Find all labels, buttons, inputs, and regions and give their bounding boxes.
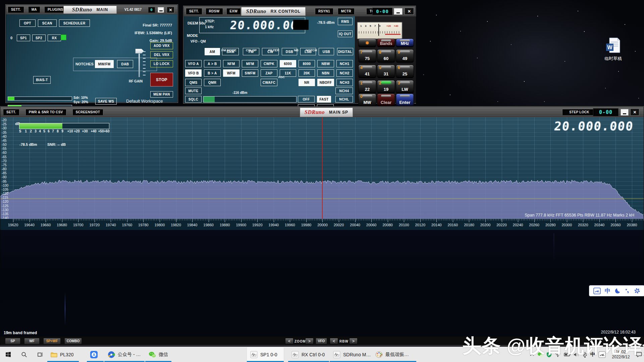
titlebar-button-screenshot[interactable]: SCREENSHOT (72, 109, 103, 115)
titlebar-button-rdsw[interactable]: RDSW (206, 8, 223, 14)
keypad-indicator-button[interactable] (358, 39, 376, 47)
spectrum-plot[interactable]: -20-25-30-35-40-45-50-55-60-65-70-75-80-… (0, 117, 644, 219)
ime-status-gauge-icon[interactable] (593, 288, 601, 294)
nboff-button[interactable]: NBOFF (317, 79, 334, 86)
rx-titlebar[interactable]: SETT.RDSWEXW SDRuno RX CONTROL RSYN1MCTR… (184, 6, 415, 17)
step-lock-button[interactable]: STEP LOCK (562, 109, 596, 115)
main-titlebar[interactable]: SETT.MAPLUGINS SDRuno MAIN V1.42 0817 0 … (6, 5, 177, 15)
wfm-button[interactable]: WFM (223, 69, 239, 77)
moon-icon[interactable] (614, 288, 621, 294)
notch-filter-dab[interactable]: DAB (117, 60, 133, 68)
cwpk-button[interactable]: CWPK (261, 60, 277, 67)
mode-button-usb[interactable]: USB (319, 48, 334, 55)
keypad-button-25[interactable]: 625 (396, 65, 414, 78)
minimize-icon[interactable] (621, 109, 629, 116)
notch-filter-mw-fm[interactable]: MW/FM (95, 60, 114, 68)
rf-gain-slider-track[interactable] (139, 50, 140, 77)
vrx-button-sp1[interactable]: SP1 (17, 35, 30, 41)
b-a-button[interactable]: B > A (204, 69, 220, 77)
titlebar-button-mctr[interactable]: MCTR (338, 8, 355, 14)
titlebar-button-exw[interactable]: EXW (226, 8, 241, 14)
search-button[interactable] (16, 347, 32, 362)
toolbar-button-scan[interactable]: SCAN (38, 19, 57, 27)
nbw-button[interactable]: NBW (317, 60, 334, 67)
keypad-button-75[interactable]: 775 (358, 49, 376, 63)
taskbar-app-item[interactable]: 微信 (145, 347, 172, 362)
waterfall-display[interactable]: 19m band framed 2022/9/12 16:02:43 (0, 230, 644, 337)
20k-button[interactable]: 20K (299, 69, 315, 77)
titlebar-button-rsyn1[interactable]: RSYN1 (315, 8, 333, 14)
nfm-button[interactable]: NFM (223, 60, 239, 67)
taskbar-app-item[interactable]: 最低谐振点 - ... (372, 347, 417, 362)
bias-t-button[interactable]: BIAS-T (33, 76, 51, 84)
toolbar-button-opt[interactable]: OPT (19, 19, 36, 27)
titlebar-button-sett[interactable]: SETT. (8, 6, 24, 13)
squelch-slider[interactable] (203, 96, 297, 103)
a-b-button[interactable]: A > B (204, 60, 220, 67)
close-icon[interactable]: ✕ (167, 7, 174, 13)
cwafc-button[interactable]: CWAFC (261, 79, 277, 86)
stop-button[interactable]: STOP (150, 73, 173, 86)
nch3-button[interactable]: NCH3 (336, 79, 353, 86)
taskbar-app-rx-ctrl-0-0[interactable]: RX Ctrl 0-0 (288, 347, 329, 362)
view-button-sp[interactable]: SP (5, 338, 20, 344)
zoom-in-button[interactable]: > (305, 338, 314, 344)
view-button-wf[interactable]: WF (24, 338, 40, 344)
vfo-marker-line[interactable] (322, 117, 323, 219)
keypad-button-enter[interactable]: Enter (396, 94, 414, 107)
punctuation-icon[interactable] (625, 288, 630, 294)
zoom-out-button[interactable]: < (285, 338, 293, 344)
titlebar-button-sett[interactable]: SETT. (3, 109, 19, 115)
close-icon[interactable]: ✕ (405, 8, 414, 15)
sp-titlebar[interactable]: SETT.PWR & SNR TO CSVSCREENSHOT SDRuno M… (0, 107, 644, 118)
keypad-button-lw[interactable]: 3LW (396, 80, 414, 94)
close-icon[interactable]: ✕ (630, 109, 639, 116)
start-button[interactable] (0, 347, 16, 362)
keypad-button-bands[interactable]: Bands (377, 39, 395, 47)
save-ws-button[interactable]: SAVE WS (95, 98, 117, 105)
vfo-a-button[interactable]: VFO A (185, 60, 202, 67)
keypad-button-clear[interactable]: Clear (377, 94, 395, 107)
mem-pan-button[interactable]: MEM PAN (150, 91, 173, 98)
mute-button[interactable]: MUTE (185, 87, 202, 94)
maximize-icon[interactable] (158, 7, 164, 13)
iq-out-button[interactable]: IQ OUT (338, 31, 353, 37)
taskbar-app-sp1-0-0[interactable]: SP1 0-0 (247, 347, 284, 362)
nbn-button[interactable]: NBN (317, 69, 334, 77)
sqlc-button[interactable]: SQLC (185, 96, 202, 103)
view-button-combo[interactable]: COMBO (64, 338, 82, 344)
mode-button-digital[interactable]: DIGITAL (337, 48, 353, 55)
nchl-button[interactable]: NCHL (335, 96, 353, 103)
agc-off-button[interactable]: OFF (298, 96, 315, 103)
nch4-button[interactable]: NCH4 (335, 87, 353, 94)
taskbar-app-pl320[interactable]: PL320 (47, 347, 79, 362)
taskbar-app-cent[interactable]: 公众号 - Cent ... (104, 347, 145, 362)
vrx-button-rx[interactable]: RX (48, 35, 61, 41)
taskbar-app-translator[interactable]: A (87, 347, 104, 362)
titlebar-button-ma[interactable]: MA (28, 6, 40, 13)
keypad-button-19[interactable]: 219 (377, 80, 395, 94)
titlebar-button-sett[interactable]: SETT. (186, 8, 202, 14)
add-vrx-button[interactable]: ADD VRX (150, 42, 173, 49)
vrx-button-sp2[interactable]: SP2 (32, 35, 46, 41)
keypad-button-49[interactable]: 949 (396, 49, 414, 63)
nch2-button[interactable]: NCH2 (336, 69, 353, 77)
mode-button-am[interactable]: AM (205, 48, 220, 55)
6000-button[interactable]: 6000 (280, 60, 296, 67)
settings-gear-icon[interactable] (634, 288, 640, 294)
keypad-button-mw[interactable]: 0MW (358, 94, 376, 107)
taskbar-app-sdruno-mai[interactable]: SDRuno Mai... (329, 347, 375, 362)
rbw-down-button[interactable]: < (330, 338, 338, 344)
minimize-icon[interactable] (394, 8, 402, 15)
qmr-button[interactable]: QMR (204, 79, 220, 86)
agc-fast-button[interactable]: FAST (317, 96, 331, 103)
vfo-b-button[interactable]: VFO B (185, 69, 202, 77)
desktop-icon-word-document[interactable]: W 临时草稿 (604, 38, 623, 62)
keypad-button-mhz[interactable]: MHz (396, 39, 414, 47)
del-vrx-button[interactable]: DEL VRX (150, 51, 173, 58)
8000-button[interactable]: 8000 (299, 60, 315, 67)
nr-button[interactable]: NR (299, 79, 315, 86)
vfo-button[interactable]: VFO (316, 338, 327, 344)
rbw-up-button[interactable]: > (349, 338, 358, 344)
rms-button[interactable]: RMS (338, 18, 353, 25)
